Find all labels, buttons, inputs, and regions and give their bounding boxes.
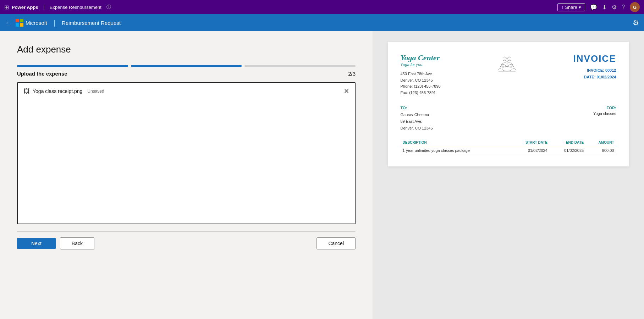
invoice-date: DATE: 01/02/2024 (584, 74, 616, 81)
invoice-title-area: INVOICE INVOICE: 00012 DATE: 01/02/2024 (573, 53, 616, 80)
invoice-number: INVOICE: 00012 (584, 67, 616, 74)
invoice-meta: INVOICE: 00012 DATE: 01/02/2024 (584, 67, 616, 80)
upload-box[interactable]: 🖼 Yoga class receipt.png Unsaved ✕ (17, 82, 356, 224)
share-button[interactable]: ↑ Share ▾ (557, 3, 585, 11)
ms-square-red (16, 19, 19, 22)
top-bar: ⊞ Power Apps | Expense Reimbursement ⓘ ↑… (0, 0, 644, 14)
page-heading: Add expense (17, 44, 356, 55)
invoice-for-block: FOR: Yoga classes (593, 106, 616, 131)
info-icon[interactable]: ⓘ (106, 4, 111, 10)
sub-bar: ← Microsoft | Reimbursement Request ⚙ (0, 14, 644, 31)
sub-bar-separator: | (54, 19, 55, 27)
comment-icon[interactable]: 💬 (590, 4, 597, 11)
ms-logo-text: Microsoft (26, 20, 47, 26)
upload-file-header: 🖼 Yoga class receipt.png Unsaved ✕ (23, 87, 349, 95)
col-end-date: END DATE (550, 139, 586, 146)
next-button[interactable]: Next (17, 238, 56, 249)
main-content: Add expense Upload the expense 2/3 🖼 Yog… (0, 31, 644, 319)
address-line-2: Denver, CO 12345 (401, 77, 441, 84)
table-row: 1-year unlimited yoga classes package01/… (401, 146, 616, 155)
progress-seg-1 (17, 65, 128, 67)
invoice-to-name: Gaurav Cheema (401, 111, 433, 118)
help-icon[interactable]: ? (622, 4, 625, 10)
address-phone: Phone: (123) 456-7890 (401, 83, 441, 90)
progress-seg-2 (131, 65, 242, 67)
top-bar-left: ⊞ Power Apps | Expense Reimbursement ⓘ (4, 4, 111, 11)
invoice-to-addr2: Denver, CO 12345 (401, 125, 433, 132)
invoice-big-title: INVOICE (573, 53, 616, 64)
invoice-header: Yoga Center Yoga for you. 450 East 78th … (401, 53, 616, 96)
invoice-to-block: TO: Gaurav Cheema 89 East Ave. Denver, C… (401, 106, 433, 131)
share-label: Share (565, 5, 577, 10)
lotus-icon (493, 53, 521, 75)
yoga-center-title: Yoga Center (401, 53, 441, 62)
settings-icon[interactable]: ⚙ (633, 18, 639, 27)
sub-bar-page-title: Reimbursement Request (62, 20, 121, 26)
top-bar-separator: | (43, 4, 45, 10)
unsaved-badge: Unsaved (87, 89, 104, 94)
progress-label: Upload the expense (17, 71, 67, 77)
progress-seg-3 (244, 65, 356, 67)
ms-square-yellow (20, 23, 23, 27)
table-cell: 01/02/2025 (550, 146, 586, 155)
back-button[interactable]: Back (60, 237, 94, 249)
col-start-date: START DATE (510, 139, 550, 146)
avatar[interactable]: G (630, 2, 640, 12)
cancel-button[interactable]: Cancel (317, 237, 356, 249)
ms-logo: Microsoft (16, 19, 47, 27)
invoice-table: DESCRIPTION START DATE END DATE AMOUNT 1… (401, 139, 616, 155)
grid-icon[interactable]: ⊞ (4, 4, 9, 11)
file-icon: 🖼 (23, 88, 30, 95)
ms-square-green (20, 19, 23, 22)
invoice-for-detail: Yoga classes (593, 111, 616, 116)
bottom-buttons: Next Back Cancel (17, 237, 356, 249)
ms-square-blue (16, 23, 19, 27)
left-panel: Add expense Upload the expense 2/3 🖼 Yog… (0, 31, 373, 319)
address-fax: Fax: (123) 456-7891 (401, 90, 441, 96)
col-description: DESCRIPTION (401, 139, 510, 146)
ms-squares (16, 19, 23, 27)
progress-bars (17, 65, 356, 67)
right-panel: Yoga Center Yoga for you. 450 East 78th … (373, 31, 644, 319)
invoice-to-section: TO: Gaurav Cheema 89 East Ave. Denver, C… (401, 106, 616, 131)
app-name: Power Apps (12, 5, 38, 10)
back-arrow-icon[interactable]: ← (5, 19, 11, 27)
download-icon[interactable]: ⬇ (602, 4, 607, 11)
invoice-logo-area (493, 53, 521, 75)
close-button[interactable]: ✕ (344, 87, 349, 95)
invoice-to-addr1: 89 East Ave. (401, 118, 433, 125)
divider (17, 231, 356, 232)
table-header-row: DESCRIPTION START DATE END DATE AMOUNT (401, 139, 616, 146)
progress-container: Upload the expense 2/3 (17, 65, 356, 77)
yoga-tagline: Yoga for you. (401, 62, 441, 67)
sub-bar-left: ← Microsoft | Reimbursement Request (5, 19, 121, 27)
invoice-address: 450 East 78th Ave Denver, CO 12345 Phone… (401, 71, 441, 96)
progress-info: Upload the expense 2/3 (17, 71, 356, 77)
col-amount: AMOUNT (586, 139, 616, 146)
chevron-down-icon: ▾ (579, 5, 581, 10)
invoice-brand: Yoga Center Yoga for you. 450 East 78th … (401, 53, 441, 96)
invoice-card: Yoga Center Yoga for you. 450 East 78th … (388, 42, 629, 166)
invoice-to-label: TO: (401, 106, 433, 110)
gear-icon[interactable]: ⚙ (612, 4, 617, 11)
progress-step: 2/3 (348, 71, 356, 77)
invoice-for-label: FOR: (593, 106, 616, 110)
table-cell: 800.00 (586, 146, 616, 155)
top-bar-right: ↑ Share ▾ 💬 ⬇ ⚙ ? G (557, 2, 640, 12)
table-cell: 01/02/2024 (510, 146, 550, 155)
share-icon: ↑ (561, 5, 564, 10)
top-bar-page-title: Expense Reimbursement (50, 5, 101, 10)
table-cell: 1-year unlimited yoga classes package (401, 146, 510, 155)
file-name: Yoga class receipt.png (33, 88, 82, 94)
address-line-1: 450 East 78th Ave (401, 71, 441, 77)
upload-file-info: 🖼 Yoga class receipt.png Unsaved (23, 88, 104, 95)
